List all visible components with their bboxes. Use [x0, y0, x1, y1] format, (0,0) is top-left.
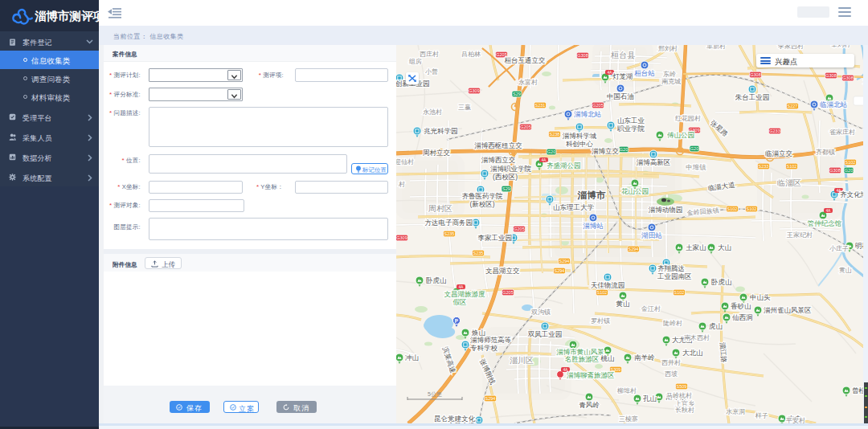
svg-text:淄州雀山风景区: 淄州雀山风景区	[764, 306, 812, 314]
svg-text:南木西村: 南木西村	[684, 334, 710, 341]
svg-text:淄博立交: 淄博立交	[592, 147, 620, 155]
svg-text:S29: S29	[502, 186, 510, 191]
svg-text:S102: S102	[597, 290, 608, 295]
svg-text:永池村: 永池村	[423, 108, 442, 116]
svg-text:G205: G205	[592, 103, 603, 108]
svg-text:桓台站: 桓台站	[634, 69, 655, 77]
svg-text:S294: S294	[555, 268, 565, 273]
svg-text:专科学校: 专科学校	[470, 344, 498, 352]
svg-text:G308: G308	[825, 73, 836, 78]
svg-text:G308: G308	[829, 168, 840, 173]
svg-text:4A: 4A	[608, 71, 612, 75]
svg-text:S227: S227	[788, 104, 798, 108]
svg-text:马岭杭村: 马岭杭村	[666, 392, 692, 399]
svg-text:职业学院: 职业学院	[616, 125, 645, 133]
svg-text:李家西村: 李家西村	[777, 45, 804, 50]
svg-text:S294: S294	[485, 396, 496, 401]
svg-text:淄博西枢纽立交: 淄博西枢纽立交	[474, 141, 522, 149]
svg-text:双凤工业园: 双凤工业园	[528, 330, 563, 338]
svg-text:临淄区: 临淄区	[777, 178, 801, 187]
svg-text:工业园南区: 工业园南区	[657, 272, 692, 280]
svg-text:西庄村: 西庄村	[420, 51, 439, 58]
svg-text:黄山: 黄山	[839, 267, 852, 274]
svg-text:淄博北站: 淄博北站	[574, 110, 602, 118]
svg-text:淄博聊斋旅游区: 淄博聊斋旅游区	[567, 371, 615, 379]
svg-text:名胜旅游区: 名胜旅游区	[565, 355, 600, 363]
svg-text:淄博动物园: 淄博动物园	[649, 206, 683, 214]
svg-text:4A: 4A	[459, 285, 464, 289]
svg-text:G20: G20	[547, 149, 555, 154]
svg-text:大北山: 大北山	[682, 349, 703, 357]
svg-text:淄博市: 淄博市	[577, 190, 606, 200]
svg-text:山东工业: 山东工业	[617, 116, 645, 125]
svg-text:香砂山: 香砂山	[731, 302, 751, 310]
svg-text:S231: S231	[535, 103, 546, 108]
svg-text:东岭: 东岭	[663, 71, 676, 78]
svg-text:双沟镇: 双沟镇	[531, 308, 551, 316]
svg-text:文昌湖立交: 文昌湖立交	[485, 267, 520, 275]
svg-text:齐都镇: 齐都镇	[816, 149, 835, 156]
svg-text:焕山: 焕山	[471, 329, 485, 337]
svg-text:雀家庄村: 雀家庄村	[829, 129, 855, 136]
svg-text:G205: G205	[514, 227, 524, 231]
svg-text:(西校区): (西校区)	[493, 173, 518, 181]
svg-text:大山: 大山	[718, 243, 731, 251]
svg-text:水京洞: 水京洞	[726, 408, 745, 415]
svg-text:组房: 组房	[408, 58, 422, 65]
svg-text:G20: G20	[620, 147, 628, 152]
svg-text:中国石油: 中国石油	[607, 92, 634, 100]
svg-text:淄博职业学院: 淄博职业学院	[490, 165, 532, 173]
svg-text:齐翔腾达: 齐翔腾达	[657, 264, 685, 272]
svg-text:S233: S233	[759, 164, 769, 169]
svg-text:虎山: 虎山	[709, 322, 723, 330]
svg-text:金江村: 金江村	[641, 305, 661, 313]
svg-text:三棱寨: 三棱寨	[619, 415, 638, 423]
svg-text:科创中心: 科创中心	[566, 140, 594, 148]
svg-text:4A: 4A	[542, 158, 547, 162]
svg-text:西坡: 西坡	[665, 370, 678, 378]
svg-text:中山头: 中山头	[750, 293, 771, 301]
svg-text:革新村: 革新村	[706, 45, 726, 50]
svg-text:湖田站: 湖田站	[641, 231, 662, 239]
svg-text:G20: G20	[845, 168, 853, 173]
svg-text:P: P	[455, 318, 459, 324]
svg-text:齐盛湖公园: 齐盛湖公园	[547, 161, 581, 170]
svg-text:李家工业园: 李家工业园	[478, 234, 513, 242]
svg-text:S294: S294	[559, 259, 570, 264]
svg-text:S102: S102	[727, 206, 738, 211]
svg-text:罗村镇: 罗村镇	[591, 317, 610, 325]
svg-text:齐鲁医药学院: 齐鲁医药学院	[462, 192, 504, 200]
svg-text:冲山: 冲山	[405, 353, 419, 362]
svg-text:G233: G233	[769, 129, 780, 133]
svg-text:卧虎山: 卧虎山	[711, 278, 732, 286]
svg-text:文昌湖旅游度: 文昌湖旅游度	[444, 290, 486, 298]
svg-text:周村立交: 周村立交	[423, 149, 451, 157]
svg-text:G205: G205	[502, 290, 513, 295]
svg-text:小普: 小普	[425, 68, 438, 76]
svg-text:周村区: 周村区	[428, 204, 452, 213]
svg-text:南羊岭: 南羊岭	[634, 353, 655, 362]
svg-text:样子: 样子	[755, 412, 768, 419]
svg-text:三赢: 三赢	[458, 104, 471, 111]
svg-text:S102: S102	[674, 290, 685, 295]
svg-text:村: 村	[398, 181, 405, 188]
svg-text:淄博西立交: 淄博西立交	[481, 156, 516, 164]
svg-text:假区: 假区	[453, 298, 467, 306]
svg-text:淄博站: 淄博站	[583, 222, 604, 230]
svg-text:4A: 4A	[826, 209, 831, 213]
svg-text:长秋村: 长秋村	[675, 407, 694, 414]
svg-text:小庄子: 小庄子	[829, 245, 849, 252]
svg-text:兆光科学园: 兆光科学园	[424, 127, 458, 135]
svg-text:S294: S294	[628, 247, 639, 251]
svg-text:临淄立交: 临淄立交	[765, 149, 793, 157]
svg-text:淄博科学城: 淄博科学城	[563, 132, 597, 140]
svg-text:花山公园: 花山公园	[621, 187, 649, 195]
svg-text:孔山: 孔山	[643, 394, 657, 402]
svg-text:天佳物流园: 天佳物流园	[591, 281, 625, 289]
svg-text:中埠镇: 中埠镇	[686, 163, 706, 171]
svg-text:S235: S235	[473, 251, 484, 255]
svg-text:S509: S509	[677, 384, 687, 389]
svg-text:傅山公园: 傅山公园	[667, 131, 694, 139]
svg-text:迎仙村: 迎仙村	[396, 158, 414, 165]
svg-text:淄川区: 淄川区	[510, 356, 534, 365]
